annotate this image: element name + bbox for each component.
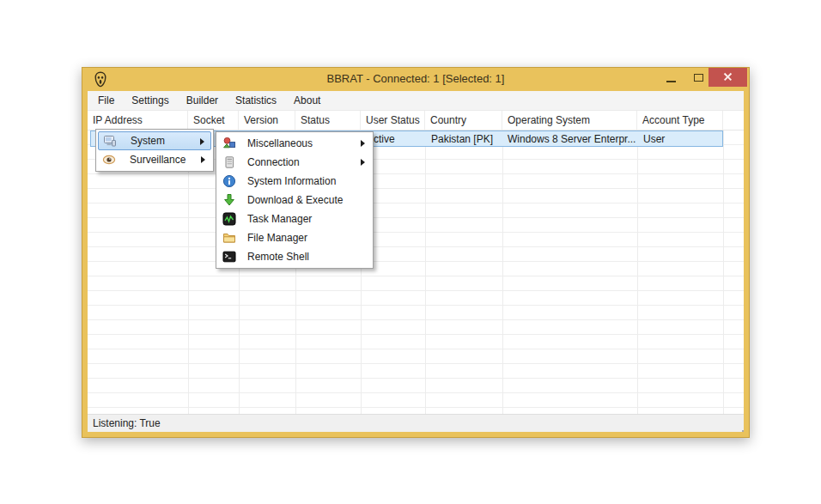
cell-country: Pakistan [PK] [431, 133, 493, 145]
close-button[interactable] [708, 68, 747, 87]
column-header-account-type[interactable]: Account Type [637, 111, 723, 130]
column-header-operating-system[interactable]: Operating System [502, 111, 637, 130]
cell-account-type: User [643, 133, 665, 145]
submenu-item-download-execute[interactable]: Download & Execute [218, 191, 371, 209]
context-menu: System Surveillance [95, 129, 214, 172]
menu-settings[interactable]: Settings [123, 92, 177, 110]
system-submenu: Miscellaneous Connection System Informat… [216, 131, 374, 269]
resize-grip-icon[interactable] [739, 427, 740, 428]
context-menu-item-label: System [131, 135, 165, 147]
column-header-user-status[interactable]: User Status [361, 111, 425, 130]
submenu-item-remote-shell[interactable]: Remote Shell [218, 247, 371, 266]
column-header-country[interactable]: Country [425, 111, 502, 130]
cell-operating-system: Windows 8 Server Enterpr... [508, 133, 636, 145]
menu-about[interactable]: About [285, 92, 329, 110]
submenu-item-task-manager[interactable]: Task Manager [218, 209, 371, 228]
context-menu-item-surveillance[interactable]: Surveillance [98, 150, 211, 169]
column-header-status[interactable]: Status [295, 111, 361, 130]
shapes-icon [222, 137, 236, 150]
context-menu-item-label: Surveillance [130, 154, 185, 166]
grid-line [723, 131, 724, 414]
status-text: Listening: True [93, 417, 161, 429]
computer-icon [103, 134, 117, 148]
context-menu-item-system[interactable]: System [98, 131, 211, 150]
column-header-socket[interactable]: Socket [188, 111, 239, 130]
submenu-item-connection[interactable]: Connection [218, 153, 371, 172]
column-header-ip-address[interactable]: IP Address [88, 111, 188, 130]
grid-line [188, 131, 189, 414]
submenu-arrow-icon [200, 138, 204, 145]
status-bar: Listening: True [88, 414, 744, 432]
grid-line [502, 131, 503, 414]
shell-icon [222, 250, 236, 264]
title-bar[interactable]: BBRAT - Connected: 1 [Selected: 1] [82, 68, 749, 91]
menu-bar: File Settings Builder Statistics About [88, 91, 744, 111]
submenu-item-miscellaneous[interactable]: Miscellaneous [218, 134, 371, 153]
submenu-item-system-information[interactable]: System Information [218, 172, 371, 191]
folder-icon [222, 231, 236, 245]
task-manager-icon [222, 212, 236, 226]
app-window: BBRAT - Connected: 1 [Selected: 1] File … [82, 67, 750, 438]
submenu-arrow-icon [361, 140, 365, 147]
menu-statistics[interactable]: Statistics [227, 92, 285, 110]
download-icon [222, 193, 236, 207]
submenu-arrow-icon [361, 159, 365, 166]
client-list[interactable]: Active Pakistan [PK] Windows 8 Server En… [88, 131, 744, 414]
submenu-item-file-manager[interactable]: File Manager [218, 228, 371, 247]
grid-line [637, 131, 638, 414]
column-header-version[interactable]: Version [239, 111, 295, 130]
menu-file[interactable]: File [89, 92, 123, 110]
grid-line [425, 131, 426, 414]
table-header: IP Address Socket Version Status User St… [88, 111, 744, 131]
submenu-arrow-icon [201, 156, 205, 163]
maximize-button[interactable] [694, 74, 703, 82]
menu-builder[interactable]: Builder [178, 92, 227, 110]
window-title: BBRAT - Connected: 1 [Selected: 1] [82, 72, 749, 85]
eye-icon [102, 153, 116, 167]
info-icon [222, 174, 236, 188]
minimize-button[interactable] [666, 76, 676, 82]
connection-icon [222, 155, 236, 169]
